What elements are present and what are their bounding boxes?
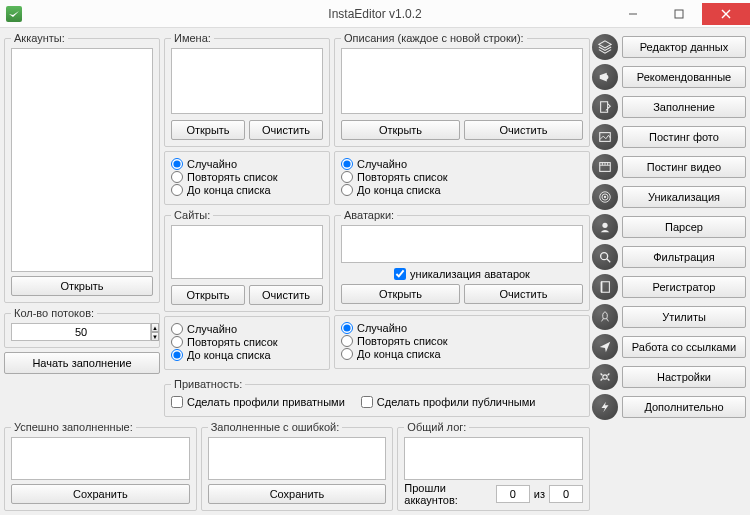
avatars-mode-end[interactable]: До конца списка	[341, 348, 583, 360]
svg-rect-16	[602, 282, 610, 293]
privacy-legend: Приватность:	[171, 378, 245, 390]
desc-open-button[interactable]: Открыть	[341, 120, 460, 140]
side-more-button[interactable]: Дополнительно	[622, 396, 746, 418]
threads-legend: Кол-во потоков:	[11, 307, 97, 319]
names-mode-group: Случайно Повторять список До конца списк…	[164, 151, 330, 205]
accounts-open-button[interactable]: Открыть	[11, 276, 153, 296]
names-legend: Имена:	[171, 32, 214, 44]
log-textarea[interactable]	[404, 437, 583, 480]
image-icon	[592, 124, 618, 150]
passed-label: Прошли аккаунтов:	[404, 482, 491, 506]
svg-rect-1	[675, 10, 683, 18]
success-group: Успешно заполненные: Сохранить	[4, 421, 197, 511]
side-filter-button[interactable]: Фильтрация	[622, 246, 746, 268]
side-post-photo-button[interactable]: Постинг фото	[622, 126, 746, 148]
search-icon	[592, 244, 618, 270]
avatars-group: Аватарки: уникализация аватарок Открыть …	[334, 209, 590, 311]
failed-legend: Заполненные с ошибкой:	[208, 421, 343, 433]
side-links-button[interactable]: Работа со ссылками	[622, 336, 746, 358]
avatars-mode-repeat[interactable]: Повторять список	[341, 335, 583, 347]
rocket-icon	[592, 304, 618, 330]
layers-icon	[592, 34, 618, 60]
side-parser-button[interactable]: Парсер	[622, 216, 746, 238]
sites-group: Сайты: Открыть Очистить	[164, 209, 330, 312]
privacy-private-check[interactable]: Сделать профили приватными	[171, 396, 345, 408]
side-register-button[interactable]: Регистратор	[622, 276, 746, 298]
avatars-mode-random[interactable]: Случайно	[341, 322, 583, 334]
accounts-textarea[interactable]	[11, 48, 153, 272]
svg-line-15	[607, 259, 611, 263]
threads-up[interactable]: ▲	[151, 323, 159, 332]
svg-rect-4	[600, 133, 611, 142]
side-settings-button[interactable]: Настройки	[622, 366, 746, 388]
threads-input[interactable]	[11, 323, 151, 341]
titlebar: InstaEditor v1.0.2	[0, 0, 750, 28]
accounts-legend: Аккаунты:	[11, 32, 68, 44]
sites-legend: Сайты:	[171, 209, 213, 221]
avatars-legend: Аватарки:	[341, 209, 397, 221]
close-button[interactable]	[702, 3, 750, 25]
avatars-textarea[interactable]	[341, 225, 583, 263]
failed-textarea[interactable]	[208, 437, 387, 480]
side-fill-button[interactable]: Заполнение	[622, 96, 746, 118]
avatars-unique-check[interactable]: уникализация аватарок	[341, 268, 583, 280]
avatars-clear-button[interactable]: Очистить	[464, 284, 583, 304]
svg-point-14	[601, 253, 608, 260]
avatars-mode-group: Случайно Повторять список До конца списк…	[334, 315, 590, 369]
desc-mode-end[interactable]: До конца списка	[341, 184, 583, 196]
side-data-editor-button[interactable]: Редактор данных	[622, 36, 746, 58]
svg-point-12	[604, 196, 606, 198]
side-utilities-button[interactable]: Утилиты	[622, 306, 746, 328]
privacy-public-check[interactable]: Сделать профили публичными	[361, 396, 536, 408]
desc-group: Описания (каждое с новой строки): Открыт…	[334, 32, 590, 147]
side-panel: Редактор данных Рекомендованные Заполнен…	[592, 32, 746, 511]
desc-mode-repeat[interactable]: Повторять список	[341, 171, 583, 183]
start-fill-button[interactable]: Начать заполнение	[4, 352, 160, 374]
sites-mode-end[interactable]: До конца списка	[171, 349, 323, 361]
avatars-open-button[interactable]: Открыть	[341, 284, 460, 304]
sites-mode-random[interactable]: Случайно	[171, 323, 323, 335]
failed-group: Заполненные с ошибкой: Сохранить	[201, 421, 394, 511]
svg-point-13	[602, 223, 607, 228]
sites-mode-group: Случайно Повторять список До конца списк…	[164, 316, 330, 370]
video-icon	[592, 154, 618, 180]
side-recommended-button[interactable]: Рекомендованные	[622, 66, 746, 88]
names-mode-repeat[interactable]: Повторять список	[171, 171, 323, 183]
names-clear-button[interactable]: Очистить	[249, 120, 323, 140]
lightning-icon	[592, 394, 618, 420]
sites-textarea[interactable]	[171, 225, 323, 279]
names-mode-end[interactable]: До конца списка	[171, 184, 323, 196]
edit-icon	[592, 94, 618, 120]
names-textarea[interactable]	[171, 48, 323, 114]
threads-down[interactable]: ▼	[151, 332, 159, 341]
book-icon	[592, 274, 618, 300]
passed-count: 0	[496, 485, 530, 503]
maximize-button[interactable]	[656, 3, 702, 25]
user-icon	[592, 214, 618, 240]
desc-textarea[interactable]	[341, 48, 583, 114]
desc-mode-random[interactable]: Случайно	[341, 158, 583, 170]
log-legend: Общий лог:	[404, 421, 469, 433]
sites-mode-repeat[interactable]: Повторять список	[171, 336, 323, 348]
of-label: из	[534, 488, 545, 500]
app-icon	[6, 6, 22, 22]
names-mode-random[interactable]: Случайно	[171, 158, 323, 170]
success-save-button[interactable]: Сохранить	[11, 484, 190, 504]
side-post-video-button[interactable]: Постинг видео	[622, 156, 746, 178]
names-group: Имена: Открыть Очистить	[164, 32, 330, 147]
log-group: Общий лог: Прошли аккаунтов: 0 из 0	[397, 421, 590, 511]
sites-clear-button[interactable]: Очистить	[249, 285, 323, 305]
threads-group: Кол-во потоков: ▲ ▼	[4, 307, 160, 348]
megaphone-icon	[592, 64, 618, 90]
names-open-button[interactable]: Открыть	[171, 120, 245, 140]
desc-clear-button[interactable]: Очистить	[464, 120, 583, 140]
accounts-group: Аккаунты: Открыть	[4, 32, 160, 303]
minimize-button[interactable]	[610, 3, 656, 25]
desc-mode-group: Случайно Повторять список До конца списк…	[334, 151, 590, 205]
failed-save-button[interactable]: Сохранить	[208, 484, 387, 504]
side-unique-button[interactable]: Уникализация	[622, 186, 746, 208]
sites-open-button[interactable]: Открыть	[171, 285, 245, 305]
send-icon	[592, 334, 618, 360]
success-textarea[interactable]	[11, 437, 190, 480]
window-title: InstaEditor v1.0.2	[328, 7, 421, 21]
